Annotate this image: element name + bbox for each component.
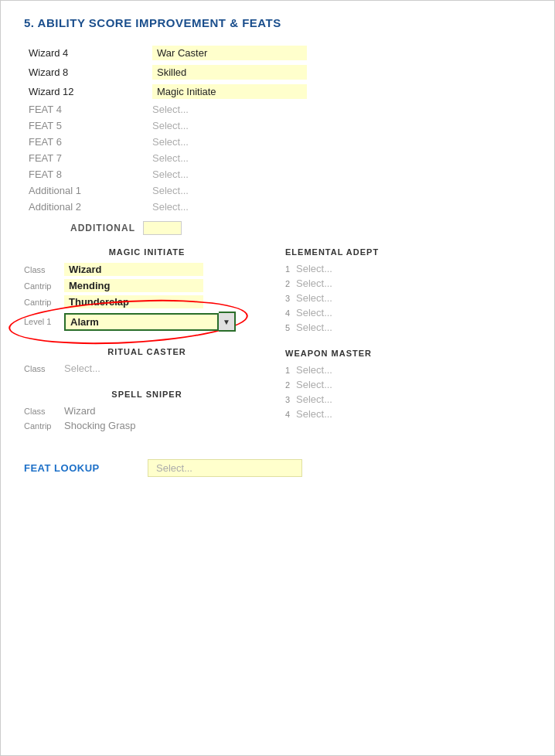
elemental-adept-num-2: 2	[285, 279, 296, 288]
elemental-adept-sel-4[interactable]: Select...	[296, 307, 332, 318]
magic-initiate-cantrip2-label: Cantrip	[24, 298, 64, 307]
weapon-master-num-1: 1	[285, 366, 296, 375]
main-page: 5. Ability Score Improvement & Feats Wiz…	[0, 0, 555, 756]
elemental-adept-item-5: 5 Select...	[285, 322, 531, 333]
elemental-adept-sel-2[interactable]: Select...	[296, 278, 332, 289]
additional-section: ADDITIONAL	[24, 221, 531, 235]
table-row: FEAT 8 Select...	[24, 166, 531, 182]
elemental-adept-item-2: 2 Select...	[285, 278, 531, 289]
table-row: FEAT 4 Select...	[24, 101, 531, 117]
feat7-value[interactable]: Select...	[152, 152, 189, 164]
spell-sniper-cantrip-row: Cantrip Shocking Grasp	[24, 420, 270, 431]
table-row: FEAT 7 Select...	[24, 150, 531, 166]
magic-initiate-class-value[interactable]: Wizard	[64, 263, 203, 276]
weapon-master-sel-4[interactable]: Select...	[296, 408, 332, 420]
feat-lookup-row: FEAT LOOKUP Select...	[24, 453, 531, 477]
weapon-master-title: WEAPON MASTER	[285, 349, 531, 358]
magic-initiate-level-label: Level 1	[24, 317, 64, 326]
magic-initiate-level-row: Level 1 ▼	[24, 312, 270, 332]
feat4-value[interactable]: Select...	[152, 104, 189, 115]
elemental-adept-sel-5[interactable]: Select...	[296, 322, 332, 333]
magic-initiate-title: MAGIC INITIATE	[24, 247, 270, 257]
wizard12-value[interactable]: Magic Initiate	[152, 84, 307, 99]
ritual-caster-class-row: Class Select...	[24, 363, 270, 374]
elemental-adept-num-4: 4	[285, 308, 296, 318]
magic-initiate-cantrip2-row: Cantrip Thunderclap	[24, 295, 270, 308]
magic-initiate-level-dropdown-btn[interactable]: ▼	[219, 312, 236, 332]
weapon-master-num-4: 4	[285, 410, 296, 419]
ritual-caster-class-label: Class	[24, 364, 64, 373]
magic-initiate-cantrip1-value[interactable]: Mending	[64, 279, 203, 292]
wizard4-label: Wizard 4	[24, 43, 148, 63]
additional2-value[interactable]: Select...	[152, 201, 189, 213]
spell-sniper-cantrip-value[interactable]: Shocking Grasp	[64, 420, 136, 431]
weapon-master-section: WEAPON MASTER 1 Select... 2 Select... 3 …	[285, 349, 531, 420]
spell-sniper-class-label: Class	[24, 407, 64, 416]
feat6-label: FEAT 6	[24, 134, 148, 150]
weapon-master-num-2: 2	[285, 380, 296, 390]
left-column: MAGIC INITIATE Class Wizard Cantrip Mend…	[24, 247, 278, 434]
weapon-master-sel-2[interactable]: Select...	[296, 379, 332, 390]
table-row: Additional 2 Select...	[24, 199, 531, 215]
wizard8-label: Wizard 8	[24, 63, 148, 82]
wizard4-value[interactable]: War Caster	[152, 46, 307, 60]
weapon-master-item-3: 3 Select...	[285, 393, 531, 405]
ritual-caster-class-value[interactable]: Select...	[64, 363, 100, 374]
additional-box[interactable]	[143, 221, 182, 235]
elemental-adept-sel-1[interactable]: Select...	[296, 263, 332, 274]
weapon-master-sel-1[interactable]: Select...	[296, 364, 332, 376]
elemental-adept-title: ELEMENTAL ADEPT	[285, 247, 531, 257]
feat8-value[interactable]: Select...	[152, 169, 189, 180]
table-row: FEAT 6 Select...	[24, 134, 531, 150]
spell-sniper-cantrip-label: Cantrip	[24, 421, 64, 431]
table-row: Wizard 12 Magic Initiate	[24, 82, 531, 101]
magic-initiate-cantrip1-label: Cantrip	[24, 281, 64, 291]
magic-initiate-section: MAGIC INITIATE Class Wizard Cantrip Mend…	[24, 247, 270, 332]
weapon-master-num-3: 3	[285, 395, 296, 404]
feat5-label: FEAT 5	[24, 117, 148, 134]
elemental-adept-num-5: 5	[285, 323, 296, 332]
table-row: Additional 1 Select...	[24, 182, 531, 199]
elemental-adept-item-3: 3 Select...	[285, 292, 531, 304]
weapon-master-item-1: 1 Select...	[285, 364, 531, 376]
additional2-label: Additional 2	[24, 199, 148, 215]
weapon-master-item-2: 2 Select...	[285, 379, 531, 390]
ritual-caster-section: RITUAL CASTER Class Select...	[24, 347, 270, 374]
magic-initiate-cantrip1-row: Cantrip Mending	[24, 279, 270, 292]
feat4-label: FEAT 4	[24, 101, 148, 117]
weapon-master-sel-3[interactable]: Select...	[296, 393, 332, 405]
spell-sniper-class-row: Class Wizard	[24, 405, 270, 417]
weapon-master-item-4: 4 Select...	[285, 408, 531, 420]
spell-sniper-title: SPELL SNIPER	[24, 390, 270, 399]
wizard12-label: Wizard 12	[24, 82, 148, 101]
sub-sections: MAGIC INITIATE Class Wizard Cantrip Mend…	[24, 247, 531, 434]
elemental-adept-num-3: 3	[285, 294, 296, 303]
elemental-adept-num-1: 1	[285, 264, 296, 274]
elemental-adept-sel-3[interactable]: Select...	[296, 292, 332, 304]
feat8-label: FEAT 8	[24, 166, 148, 182]
magic-initiate-level-dropdown[interactable]: ▼	[64, 312, 236, 332]
elemental-adept-item-4: 4 Select...	[285, 307, 531, 318]
feat-lookup-label[interactable]: FEAT LOOKUP	[24, 462, 148, 474]
right-column: ELEMENTAL ADEPT 1 Select... 2 Select... …	[278, 247, 531, 434]
additional1-label: Additional 1	[24, 182, 148, 199]
ritual-caster-title: RITUAL CASTER	[24, 347, 270, 356]
feat5-value[interactable]: Select...	[152, 120, 189, 131]
wizard-feat-table: Wizard 4 War Caster Wizard 8 Skilled Wiz…	[24, 43, 531, 215]
additional1-value[interactable]: Select...	[152, 185, 189, 196]
spell-sniper-section: SPELL SNIPER Class Wizard Cantrip Shocki…	[24, 390, 270, 431]
feat6-value[interactable]: Select...	[152, 136, 189, 148]
magic-initiate-level-input[interactable]	[64, 313, 219, 331]
table-row: FEAT 5 Select...	[24, 117, 531, 134]
magic-initiate-class-row: Class Wizard	[24, 263, 270, 276]
additional-label: ADDITIONAL	[70, 223, 135, 233]
magic-initiate-class-label: Class	[24, 265, 64, 274]
section-title: 5. Ability Score Improvement & Feats	[24, 16, 531, 29]
table-row: Wizard 4 War Caster	[24, 43, 531, 63]
magic-initiate-cantrip2-value[interactable]: Thunderclap	[64, 295, 203, 308]
feat-lookup-value[interactable]: Select...	[148, 459, 302, 477]
wizard8-value[interactable]: Skilled	[152, 65, 307, 80]
elemental-adept-section: ELEMENTAL ADEPT 1 Select... 2 Select... …	[285, 247, 531, 333]
elemental-adept-item-1: 1 Select...	[285, 263, 531, 274]
spell-sniper-class-value[interactable]: Wizard	[64, 405, 95, 417]
